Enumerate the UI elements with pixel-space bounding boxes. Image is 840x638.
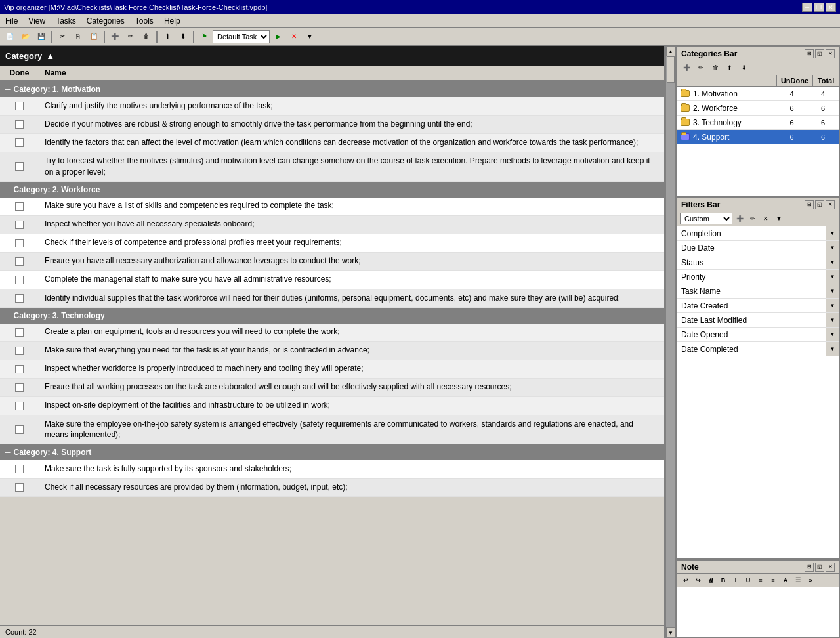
filter-options-btn[interactable]: ▼: [773, 213, 785, 224]
flag-btn[interactable]: ⚑: [197, 30, 211, 44]
cat-add-btn[interactable]: ➕: [680, 62, 693, 74]
filter-dropdown-btn[interactable]: ▼: [826, 255, 839, 269]
add-task-btn[interactable]: ➕: [108, 30, 122, 44]
task-checkbox[interactable]: [15, 202, 24, 211]
filter-add-btn[interactable]: ➕: [734, 213, 746, 224]
filter-label: Date Opened: [677, 329, 826, 341]
col-done-header[interactable]: Done: [0, 66, 39, 80]
menu-view[interactable]: View: [26, 16, 48, 26]
filter-item-status: Status ▼: [677, 255, 839, 270]
cat-panel-btn2[interactable]: ◱: [815, 49, 824, 58]
filter-dropdown-btn[interactable]: ▼: [826, 299, 839, 312]
copy-btn[interactable]: ⎘: [71, 30, 85, 44]
note-panel-btn2[interactable]: ◱: [815, 563, 824, 572]
menu-categories[interactable]: Categories: [84, 16, 127, 26]
task-checkbox[interactable]: [15, 328, 24, 337]
task-checkbox[interactable]: [15, 402, 24, 410]
menu-bar: File View Tasks Categories Tools Help: [0, 14, 840, 28]
task-scroll-area[interactable]: ─ Category: 1. Motivation Clarify and ju…: [0, 81, 664, 625]
stop-btn[interactable]: ✕: [287, 30, 301, 44]
task-checkbox[interactable]: [15, 257, 24, 266]
menu-tasks[interactable]: Tasks: [53, 16, 79, 26]
filter-dropdown-btn[interactable]: ▼: [826, 342, 839, 356]
main-scrollbar[interactable]: ▲ ▼: [665, 46, 676, 638]
menu-file[interactable]: File: [3, 16, 20, 26]
menu-help[interactable]: Help: [161, 16, 183, 26]
note-content[interactable]: [677, 587, 839, 627]
note-undo-btn[interactable]: ↩: [680, 575, 692, 585]
filter-dropdown-btn[interactable]: ▼: [826, 241, 839, 255]
filter-panel-btn1[interactable]: ⊟: [805, 200, 814, 209]
note-redo-btn[interactable]: ↪: [692, 575, 704, 585]
menu-tools[interactable]: Tools: [133, 16, 156, 26]
category-item-support[interactable]: 4. Support 6 6: [677, 130, 839, 144]
filter-preset-select[interactable]: Custom: [680, 213, 732, 224]
category-item-technology[interactable]: 3. Technology 6 6: [677, 116, 839, 130]
task-checkbox[interactable]: [15, 294, 24, 303]
filter-dropdown-btn[interactable]: ▼: [826, 226, 839, 240]
task-checkbox[interactable]: [15, 221, 24, 229]
note-align-left-btn[interactable]: ≡: [755, 575, 766, 585]
task-checkbox[interactable]: [15, 383, 24, 392]
close-button[interactable]: ✕: [826, 3, 836, 12]
note-list-btn[interactable]: ☰: [792, 575, 804, 585]
category-item-workforce[interactable]: 2. Workforce 6 6: [677, 101, 839, 116]
filter-dropdown-btn[interactable]: ▼: [826, 328, 839, 341]
down-btn[interactable]: ⬇: [176, 30, 190, 44]
minimize-button[interactable]: ─: [802, 3, 812, 12]
note-more-btn[interactable]: »: [805, 575, 816, 585]
new-btn[interactable]: 📄: [3, 30, 17, 44]
paste-btn[interactable]: 📋: [87, 30, 101, 44]
filter-item-priority: Priority ▼: [677, 270, 839, 284]
cat-panel-close[interactable]: ✕: [826, 49, 835, 58]
save-btn[interactable]: 💾: [34, 30, 49, 44]
note-bold-btn[interactable]: B: [717, 575, 729, 585]
filter-panel-close[interactable]: ✕: [826, 200, 835, 209]
note-print-btn[interactable]: 🖨: [705, 575, 717, 585]
options-btn[interactable]: ▼: [303, 30, 317, 44]
scroll-up-btn[interactable]: ▲: [666, 46, 675, 56]
open-btn[interactable]: 📂: [18, 30, 33, 44]
col-name-header[interactable]: Name: [39, 66, 664, 80]
restore-button[interactable]: ❐: [814, 3, 824, 12]
task-checkbox[interactable]: [15, 276, 24, 284]
filter-edit-btn[interactable]: ✏: [747, 213, 759, 224]
run-btn[interactable]: ▶: [271, 30, 285, 44]
scroll-down-btn[interactable]: ▼: [666, 627, 675, 638]
scroll-thumb[interactable]: [667, 56, 675, 83]
task-checkbox[interactable]: [15, 483, 24, 492]
task-checkbox[interactable]: [15, 138, 24, 147]
filter-dropdown-btn[interactable]: ▼: [826, 284, 839, 298]
edit-btn[interactable]: ✏: [123, 30, 138, 44]
cat-panel-btn1[interactable]: ⊟: [805, 49, 814, 58]
cut-btn[interactable]: ✂: [55, 30, 70, 44]
cat-edit-btn[interactable]: ✏: [694, 62, 707, 74]
cat-move-up-btn[interactable]: ⬆: [723, 62, 736, 74]
task-checkbox[interactable]: [15, 465, 24, 473]
task-checkbox[interactable]: [15, 347, 24, 355]
task-checkbox[interactable]: [15, 120, 24, 129]
note-italic-btn[interactable]: I: [730, 575, 742, 585]
category-item-motivation[interactable]: 1. Motivation 4 4: [677, 87, 839, 101]
up-btn[interactable]: ⬆: [160, 30, 175, 44]
delete-btn[interactable]: 🗑: [139, 30, 154, 44]
note-color-btn[interactable]: A: [780, 575, 791, 585]
task-type-select[interactable]: Default Task: [213, 30, 270, 43]
scroll-track[interactable]: [666, 56, 675, 627]
note-panel-title: Note: [681, 563, 699, 572]
cat-move-down-btn[interactable]: ⬇: [738, 62, 751, 74]
task-checkbox[interactable]: [15, 365, 24, 373]
filter-dropdown-btn[interactable]: ▼: [826, 270, 839, 284]
task-checkbox[interactable]: [15, 239, 24, 247]
filter-panel-btn2[interactable]: ◱: [815, 200, 824, 209]
filter-dropdown-btn[interactable]: ▼: [826, 313, 839, 327]
note-panel-close[interactable]: ✕: [826, 563, 835, 572]
filter-delete-btn[interactable]: ✕: [760, 213, 772, 224]
cat-delete-btn[interactable]: 🗑: [709, 62, 722, 74]
note-panel-btn1[interactable]: ⊟: [805, 563, 814, 572]
note-underline-btn[interactable]: U: [742, 575, 754, 585]
task-checkbox[interactable]: [15, 102, 24, 110]
note-align-center-btn[interactable]: ≡: [767, 575, 779, 585]
task-checkbox[interactable]: [15, 162, 24, 171]
task-checkbox[interactable]: [15, 425, 24, 434]
